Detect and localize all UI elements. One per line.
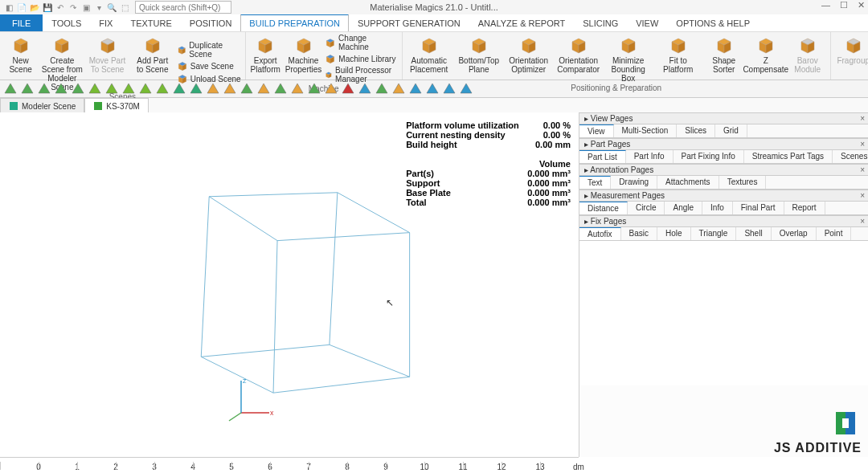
side-tab-streamics-part-tags[interactable]: Streamics Part Tags (744, 150, 833, 163)
toolbar-icon-12[interactable] (206, 82, 220, 96)
maximize-button[interactable]: ☐ (840, 0, 848, 10)
qa-more-icon[interactable]: ▾ (93, 2, 104, 13)
qa-extra-icon[interactable]: ⬚ (119, 2, 130, 13)
side-section-1-header[interactable]: ▸ Part Pages× (579, 138, 868, 150)
section-close-icon[interactable]: × (860, 165, 865, 174)
toolbar-icon-15[interactable] (256, 82, 271, 96)
toolbar-icon-5[interactable] (88, 82, 102, 96)
side-tab-circle[interactable]: Circle (628, 202, 665, 214)
side-tab-overlap[interactable]: Overlap (772, 227, 817, 240)
side-tab-slices[interactable]: Slices (677, 124, 715, 137)
side-tab-info[interactable]: Info (702, 202, 733, 214)
orientation-optimizer-button[interactable]: OrientationOptimizer (506, 34, 552, 83)
close-button[interactable]: ✕ (858, 0, 865, 10)
menu-tab-options-help[interactable]: OPTIONS & HELP (667, 14, 759, 31)
side-tab-text[interactable]: Text (579, 176, 611, 189)
qa-cube-icon[interactable]: ▣ (80, 2, 92, 13)
qa-open-icon[interactable]: 📂 (29, 2, 40, 13)
toolbar-icon-6[interactable] (104, 82, 119, 96)
change-machine-button[interactable]: Change Machine (325, 34, 398, 51)
section-close-icon[interactable]: × (860, 140, 865, 149)
export-platform-button[interactable]: ExportPlatform (249, 34, 282, 84)
toolbar-icon-9[interactable] (155, 82, 170, 96)
menu-tab-slicing[interactable]: SLICING (574, 14, 627, 31)
toolbar-icon-26[interactable] (442, 82, 457, 96)
toolbar-icon-14[interactable] (240, 82, 254, 96)
toolbar-icon-3[interactable] (54, 82, 68, 96)
machine-properties-button[interactable]: MachineProperties (285, 34, 322, 84)
side-tab-point[interactable]: Point (817, 227, 852, 240)
side-section-4-header[interactable]: ▸ Fix Pages× (579, 215, 868, 227)
side-tab-triangle[interactable]: Triangle (691, 227, 737, 240)
toolbar-icon-10[interactable] (172, 82, 186, 96)
toolbar-icon-24[interactable] (408, 82, 423, 96)
qa-undo-icon[interactable]: ↶ (55, 2, 66, 13)
side-tab-report[interactable]: Report (784, 202, 825, 214)
toolbar-icon-16[interactable] (273, 82, 288, 96)
side-tab-part-list[interactable]: Part List (579, 150, 626, 163)
menu-tab-build-preparation[interactable]: BUILD PREPARATION (240, 14, 349, 31)
shape-sorter-button[interactable]: ShapeSorter (705, 34, 743, 83)
toolbar-icon-11[interactable] (189, 82, 203, 96)
save-scene-button[interactable]: Save Scene (177, 60, 242, 71)
qa-save-icon[interactable]: 💾 (42, 2, 53, 13)
menu-tab-position[interactable]: POSITION (181, 14, 241, 31)
side-tab-attachments[interactable]: Attachments (657, 176, 719, 189)
toolbar-icon-21[interactable] (358, 82, 372, 96)
side-section-0-header[interactable]: ▸ View Pages× (579, 112, 868, 124)
toolbar-icon-19[interactable] (324, 82, 338, 96)
toolbar-icon-0[interactable] (3, 82, 18, 96)
side-tab-drawing[interactable]: Drawing (611, 176, 657, 189)
side-tab-part-fixing-info[interactable]: Part Fixing Info (674, 150, 744, 163)
section-close-icon[interactable]: × (860, 191, 865, 200)
toolbar-icon-20[interactable] (341, 82, 355, 96)
side-tab-distance[interactable]: Distance (579, 202, 628, 214)
qa-redo-icon[interactable]: ↷ (68, 2, 79, 13)
section-close-icon[interactable]: × (860, 217, 865, 226)
side-tab-grid[interactable]: Grid (715, 124, 747, 137)
qa-icon[interactable]: ◧ (3, 2, 14, 13)
menu-tab-tools[interactable]: TOOLS (43, 14, 90, 31)
side-tab-part-info[interactable]: Part Info (626, 150, 674, 163)
qa-new-icon[interactable]: 📄 (16, 2, 27, 13)
side-tab-textures[interactable]: Textures (719, 176, 767, 189)
side-tab-final-part[interactable]: Final Part (733, 202, 784, 214)
machine-library-button[interactable]: Machine Library (325, 53, 398, 64)
side-tab-angle[interactable]: Angle (665, 202, 702, 214)
scene-tab-ks-370m[interactable]: KS-370M (84, 98, 149, 113)
toolbar-icon-13[interactable] (223, 82, 237, 96)
viewport-3d[interactable]: ↖ Platform volume utilization0.00 %Curre… (0, 112, 579, 457)
fit-platform-button[interactable]: Fit toPlatform (655, 34, 702, 83)
duplicate-scene-button[interactable]: Duplicate Scene (177, 41, 242, 59)
side-tab-hole[interactable]: Hole (657, 227, 691, 240)
toolbar-icon-2[interactable] (37, 82, 51, 96)
menu-tab-file[interactable]: FILE (0, 14, 43, 31)
side-section-2-header[interactable]: ▸ Annotation Pages× (579, 164, 868, 176)
side-tab-scenes[interactable]: Scenes (833, 150, 868, 163)
menu-tab-texture[interactable]: TEXTURE (121, 14, 180, 31)
toolbar-icon-7[interactable] (121, 82, 136, 96)
toolbar-icon-17[interactable] (290, 82, 305, 96)
menu-tab-support-generation[interactable]: SUPPORT GENERATION (349, 14, 469, 31)
side-tab-view[interactable]: View (579, 124, 614, 137)
bottom-top-button[interactable]: Bottom/TopPlane (456, 34, 502, 83)
side-tab-shell[interactable]: Shell (736, 227, 771, 240)
toolbar-icon-23[interactable] (391, 82, 406, 96)
toolbar-icon-4[interactable] (71, 82, 85, 96)
minimize-button[interactable]: — (821, 0, 830, 10)
section-close-icon[interactable]: × (860, 114, 865, 123)
menu-tab-fix[interactable]: FIX (90, 14, 121, 31)
menu-tab-analyze-report[interactable]: ANALYZE & REPORT (469, 14, 574, 31)
toolbar-icon-22[interactable] (375, 82, 389, 96)
toolbar-icon-1[interactable] (20, 82, 35, 96)
side-tab-basic[interactable]: Basic (621, 227, 657, 240)
side-section-3-header[interactable]: ▸ Measurement Pages× (579, 190, 868, 202)
toolbar-icon-8[interactable] (138, 82, 153, 96)
auto-placement-button[interactable]: AutomaticPlacement (406, 34, 452, 83)
scene-tab-modeler-scene[interactable]: Modeler Scene (0, 98, 84, 113)
qa-search-icon[interactable]: 🔍 (106, 2, 117, 13)
menu-tab-view[interactable]: VIEW (627, 14, 667, 31)
side-tab-autofix[interactable]: Autofix (579, 227, 621, 240)
toolbar-icon-18[interactable] (307, 82, 321, 96)
z-compensate-button[interactable]: Z Compensate (747, 34, 785, 83)
